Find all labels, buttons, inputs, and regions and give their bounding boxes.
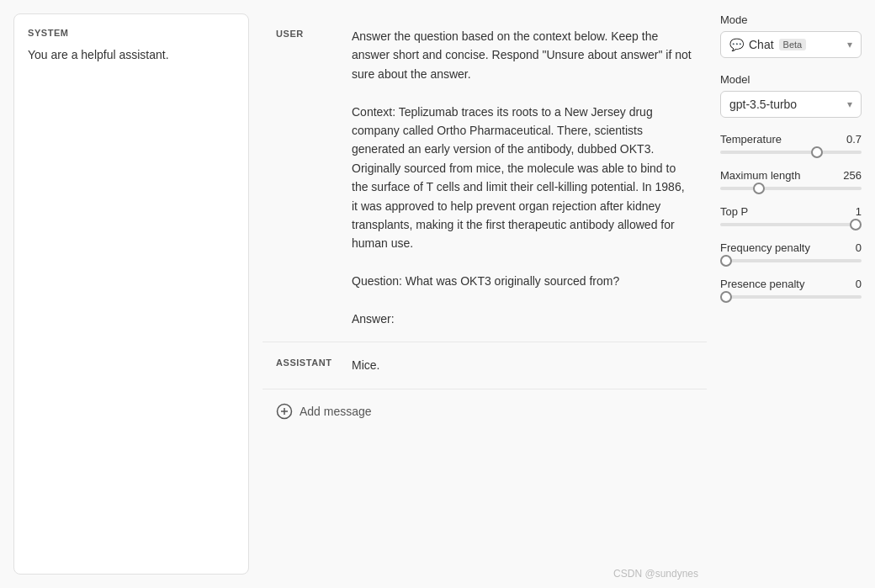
model-chevron-icon: ▾ bbox=[847, 98, 852, 110]
assistant-message-block: ASSISTANT Mice. bbox=[262, 342, 707, 389]
assistant-message-content: Mice. bbox=[352, 356, 693, 374]
frequency-slider[interactable] bbox=[720, 259, 862, 262]
presence-value: 0 bbox=[856, 278, 862, 290]
model-label: Model bbox=[720, 73, 862, 86]
mode-dropdown-left: 💬 Chat Beta bbox=[729, 38, 806, 51]
settings-panel: Mode 💬 Chat Beta ▾ Model gpt-3.5-turbo ▾… bbox=[707, 0, 875, 588]
mode-value: Chat bbox=[749, 38, 774, 51]
temperature-value: 0.7 bbox=[846, 133, 862, 146]
model-group: Model gpt-3.5-turbo ▾ bbox=[720, 73, 862, 118]
top-p-label-row: Top P 1 bbox=[720, 205, 862, 218]
mode-dropdown[interactable]: 💬 Chat Beta ▾ bbox=[720, 31, 862, 58]
beta-badge: Beta bbox=[779, 39, 807, 50]
presence-group: Presence penalty 0 bbox=[720, 278, 862, 299]
conversation-panel: USER Answer the question based on the co… bbox=[262, 0, 707, 588]
presence-slider[interactable] bbox=[720, 295, 862, 299]
presence-label-row: Presence penalty 0 bbox=[720, 278, 862, 290]
max-length-group: Maximum length 256 bbox=[720, 169, 862, 190]
system-panel: SYSTEM You are a helpful assistant. bbox=[13, 13, 249, 575]
top-p-group: Top P 1 bbox=[720, 205, 862, 226]
frequency-group: Frequency penalty 0 bbox=[720, 241, 862, 262]
chevron-down-icon: ▾ bbox=[847, 39, 852, 50]
max-length-value: 256 bbox=[843, 169, 862, 182]
frequency-label: Frequency penalty bbox=[720, 241, 810, 254]
model-value: gpt-3.5-turbo bbox=[729, 98, 797, 111]
temperature-slider[interactable] bbox=[720, 151, 862, 154]
user-message-content: Answer the question based on the context… bbox=[352, 27, 693, 328]
mode-label: Mode bbox=[720, 13, 862, 26]
temperature-label: Temperature bbox=[720, 133, 782, 146]
frequency-label-row: Frequency penalty 0 bbox=[720, 241, 862, 254]
max-length-slider[interactable] bbox=[720, 187, 862, 190]
add-circle-icon bbox=[276, 403, 293, 420]
temperature-label-row: Temperature 0.7 bbox=[720, 133, 862, 146]
max-length-label-row: Maximum length 256 bbox=[720, 169, 862, 182]
add-message-row[interactable]: Add message bbox=[262, 389, 707, 433]
assistant-role-label: ASSISTANT bbox=[276, 356, 352, 374]
chat-bubble-icon: 💬 bbox=[729, 38, 744, 51]
user-message-block: USER Answer the question based on the co… bbox=[262, 13, 707, 342]
frequency-value: 0 bbox=[856, 241, 862, 254]
top-p-slider[interactable] bbox=[720, 223, 862, 226]
user-role-label: USER bbox=[276, 27, 352, 328]
mode-group: Mode 💬 Chat Beta ▾ bbox=[720, 13, 862, 58]
presence-label: Presence penalty bbox=[720, 278, 804, 290]
system-text: You are a helpful assistant. bbox=[28, 46, 235, 64]
watermark: CSDN @sundynes bbox=[613, 568, 698, 580]
top-p-label: Top P bbox=[720, 205, 748, 218]
add-message-label: Add message bbox=[300, 405, 372, 418]
top-p-value: 1 bbox=[856, 205, 862, 218]
temperature-group: Temperature 0.7 bbox=[720, 133, 862, 154]
model-dropdown[interactable]: gpt-3.5-turbo ▾ bbox=[720, 91, 862, 118]
system-label: SYSTEM bbox=[28, 28, 235, 38]
max-length-label: Maximum length bbox=[720, 169, 800, 182]
